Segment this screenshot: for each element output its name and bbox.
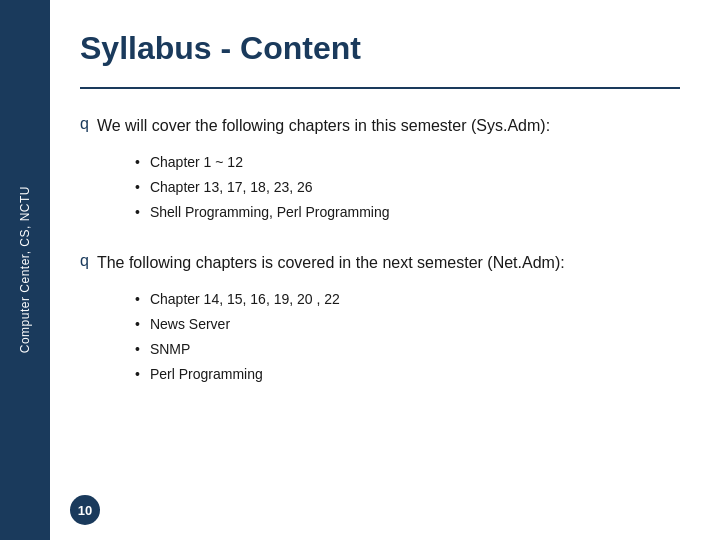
section-1-heading: We will cover the following chapters in … <box>97 114 550 138</box>
section-2-items: Chapter 14, 15, 16, 19, 20 , 22News Serv… <box>135 287 680 388</box>
sidebar-label: Computer Center, CS, NCTU <box>17 186 34 353</box>
section-1: qWe will cover the following chapters in… <box>80 114 680 226</box>
page-title: Syllabus - Content <box>80 30 680 67</box>
section-2-heading: The following chapters is covered in the… <box>97 251 565 275</box>
section-2-prefix: q <box>80 252 89 270</box>
title-divider <box>80 87 680 89</box>
list-item: Perl Programming <box>135 362 680 387</box>
list-item: SNMP <box>135 337 680 362</box>
section-1-prefix: q <box>80 115 89 133</box>
section-1-items: Chapter 1 ~ 12Chapter 13, 17, 18, 23, 26… <box>135 150 680 226</box>
list-item: Chapter 14, 15, 16, 19, 20 , 22 <box>135 287 680 312</box>
list-item: Chapter 13, 17, 18, 23, 26 <box>135 175 680 200</box>
list-item: Shell Programming, Perl Programming <box>135 200 680 225</box>
sidebar: Computer Center, CS, NCTU <box>0 0 50 540</box>
content-body: qWe will cover the following chapters in… <box>80 114 680 510</box>
list-item: Chapter 1 ~ 12 <box>135 150 680 175</box>
page-number: 10 <box>70 495 100 525</box>
main-content: Syllabus - Content qWe will cover the fo… <box>50 0 720 540</box>
section-2: qThe following chapters is covered in th… <box>80 251 680 388</box>
list-item: News Server <box>135 312 680 337</box>
